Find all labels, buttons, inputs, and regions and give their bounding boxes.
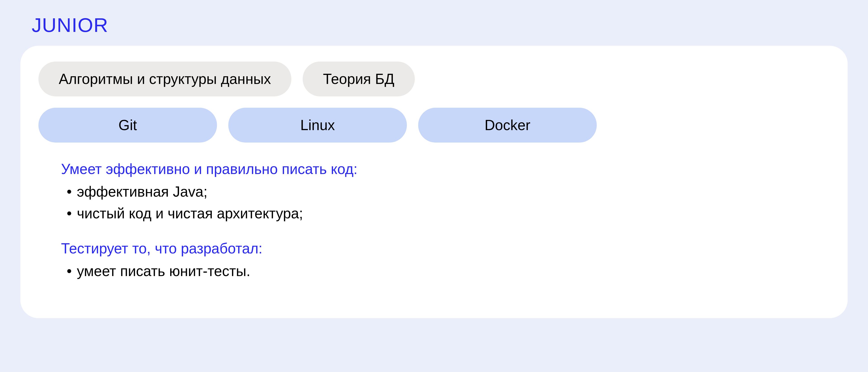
skills-content: Умеет эффективно и правильно писать код:… bbox=[61, 161, 830, 282]
bullet-item: чистый код и чистая архитектура; bbox=[61, 202, 830, 224]
skill-section: Тестирует то, что разработал: умеет писа… bbox=[61, 240, 830, 282]
tool-pill: Git bbox=[38, 108, 217, 143]
section-heading: Тестирует то, что разработал: bbox=[61, 240, 830, 257]
tool-pill: Linux bbox=[228, 108, 407, 143]
bullet-list: эффективная Java; чистый код и чистая ар… bbox=[61, 181, 830, 224]
tools-pills-row: Git Linux Docker bbox=[38, 108, 830, 143]
section-heading: Умеет эффективно и правильно писать код: bbox=[61, 161, 830, 177]
theory-pill: Алгоритмы и структуры данных bbox=[38, 61, 291, 96]
bullet-list: умеет писать юнит-тесты. bbox=[61, 260, 830, 282]
level-title: JUNIOR bbox=[32, 13, 848, 37]
skills-card: Алгоритмы и структуры данных Теория БД G… bbox=[20, 46, 848, 318]
theory-pills-row: Алгоритмы и структуры данных Теория БД bbox=[38, 61, 830, 96]
bullet-item: эффективная Java; bbox=[61, 181, 830, 202]
skill-section: Умеет эффективно и правильно писать код:… bbox=[61, 161, 830, 224]
theory-pill: Теория БД bbox=[303, 61, 415, 96]
bullet-item: умеет писать юнит-тесты. bbox=[61, 260, 830, 282]
tool-pill: Docker bbox=[418, 108, 597, 143]
